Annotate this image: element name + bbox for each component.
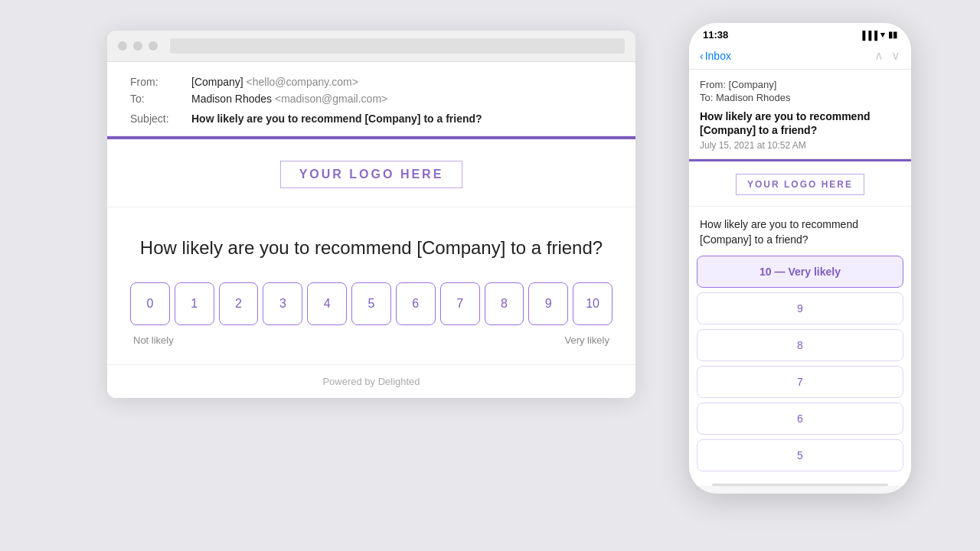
phone-nav: ‹ Inbox ∧ ∨ bbox=[689, 44, 911, 70]
phone-nps-option-1[interactable]: 9 bbox=[697, 292, 903, 324]
desktop-email-client: From: [Company] <hello@company.com> To: … bbox=[107, 31, 635, 398]
phone-from: From: [Company] bbox=[700, 79, 900, 90]
status-icons: ▐▐▐ ▾ ▮▮ bbox=[860, 30, 897, 40]
down-arrow-icon[interactable]: ∨ bbox=[891, 48, 900, 63]
subject-label: Subject: bbox=[130, 112, 191, 125]
phone-back-button[interactable]: ‹ Inbox bbox=[700, 50, 731, 62]
from-field: From: [Company] <hello@company.com> bbox=[130, 76, 612, 88]
traffic-light-red bbox=[118, 41, 127, 51]
phone-nps-option-5[interactable]: 5 bbox=[697, 439, 903, 471]
from-value: [Company] <hello@company.com> bbox=[191, 76, 358, 88]
nps-button-10[interactable]: 10 bbox=[573, 282, 612, 325]
back-chevron-icon: ‹ bbox=[700, 50, 704, 62]
phone-to: To: Madison Rhodes bbox=[700, 92, 900, 103]
nps-scale: 012345678910 bbox=[130, 282, 612, 325]
from-label: From: bbox=[130, 76, 191, 88]
nps-button-4[interactable]: 4 bbox=[307, 282, 347, 325]
desktop-logo-section: YOUR LOGO HERE bbox=[107, 139, 635, 207]
phone-logo-section: YOUR LOGO HERE bbox=[689, 161, 911, 207]
phone-date: July 15, 2021 at 10:52 AM bbox=[700, 140, 900, 151]
to-field: To: Madison Rhodes <madison@gmail.com> bbox=[130, 93, 612, 105]
nps-button-1[interactable]: 1 bbox=[175, 282, 214, 325]
phone-scroll-indicator bbox=[712, 484, 888, 486]
up-arrow-icon[interactable]: ∧ bbox=[874, 48, 884, 63]
nps-button-3[interactable]: 3 bbox=[263, 282, 302, 325]
from-addr: <hello@company.com> bbox=[247, 76, 358, 88]
battery-icon: ▮▮ bbox=[888, 30, 897, 40]
to-value: Madison Rhodes <madison@gmail.com> bbox=[191, 93, 387, 105]
signal-icon: ▐▐▐ bbox=[860, 31, 877, 40]
from-name: [Company] bbox=[191, 76, 243, 88]
phone-subject: How likely are you to recommend [Company… bbox=[700, 109, 900, 137]
to-name: Madison Rhodes bbox=[191, 93, 272, 105]
nps-button-6[interactable]: 6 bbox=[396, 282, 436, 325]
window-titlebar bbox=[107, 31, 635, 62]
phone-status-bar: 11:38 ▐▐▐ ▾ ▮▮ bbox=[689, 23, 911, 44]
phone-nps-question: How likely are you to recommend [Company… bbox=[689, 207, 911, 255]
label-not-likely: Not likely bbox=[133, 334, 174, 346]
phone-nps-option-4[interactable]: 6 bbox=[697, 403, 903, 435]
email-header: From: [Company] <hello@company.com> To: … bbox=[107, 62, 635, 136]
nps-button-7[interactable]: 7 bbox=[440, 282, 480, 325]
phone-nps-option-3[interactable]: 7 bbox=[697, 366, 903, 398]
nps-button-9[interactable]: 9 bbox=[528, 282, 568, 325]
traffic-light-green bbox=[149, 41, 158, 51]
nps-labels: Not likely Very likely bbox=[130, 334, 612, 346]
phone-logo-text: YOUR LOGO HERE bbox=[736, 174, 864, 195]
url-bar bbox=[170, 38, 625, 54]
wifi-icon: ▾ bbox=[880, 30, 885, 40]
nps-button-5[interactable]: 5 bbox=[351, 282, 391, 325]
subject-value: How likely are you to recommend [Company… bbox=[191, 112, 482, 125]
inbox-label: Inbox bbox=[705, 50, 731, 62]
email-body: YOUR LOGO HERE How likely are you to rec… bbox=[107, 139, 635, 398]
nps-question: How likely are you to recommend [Company… bbox=[130, 235, 612, 261]
phone-nps-options: 10 — Very likely98765 bbox=[689, 256, 911, 479]
status-time: 11:38 bbox=[703, 29, 728, 41]
phone-nps-option-0[interactable]: 10 — Very likely bbox=[697, 256, 903, 288]
phone-email-header: From: [Company] To: Madison Rhodes How l… bbox=[689, 70, 911, 159]
powered-by: Powered by Delighted bbox=[107, 365, 635, 398]
nps-button-8[interactable]: 8 bbox=[485, 282, 524, 325]
nps-section: How likely are you to recommend [Company… bbox=[107, 207, 635, 365]
phone-email-body: YOUR LOGO HERE How likely are you to rec… bbox=[689, 161, 911, 485]
subject-field: Subject: How likely are you to recommend… bbox=[130, 112, 612, 125]
to-label: To: bbox=[130, 93, 191, 105]
traffic-light-yellow bbox=[133, 41, 142, 51]
nps-button-2[interactable]: 2 bbox=[219, 282, 259, 325]
phone-nps-option-2[interactable]: 8 bbox=[697, 329, 903, 361]
phone-nav-arrows: ∧ ∨ bbox=[874, 48, 900, 63]
label-very-likely: Very likely bbox=[564, 334, 609, 346]
desktop-logo-text: YOUR LOGO HERE bbox=[280, 161, 463, 188]
mobile-phone: 11:38 ▐▐▐ ▾ ▮▮ ‹ Inbox ∧ ∨ From: [Compan… bbox=[689, 23, 911, 494]
scene: From: [Company] <hello@company.com> To: … bbox=[0, 0, 980, 551]
to-addr: <madison@gmail.com> bbox=[275, 93, 387, 105]
nps-button-0[interactable]: 0 bbox=[130, 282, 170, 325]
